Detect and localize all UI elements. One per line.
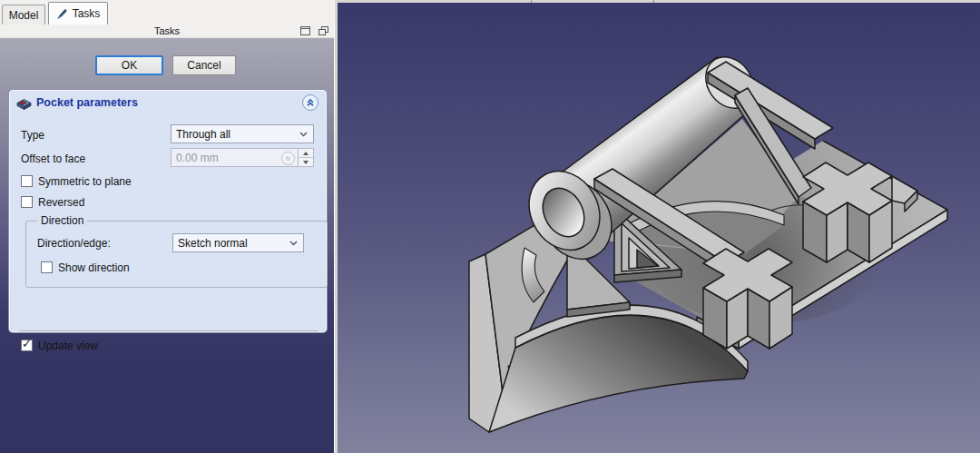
spin-down-icon[interactable]: [303, 161, 309, 164]
tasks-body: OK Cancel Pocket parameters: [0, 38, 334, 453]
pocket-parameters-title: Pocket parameters: [36, 96, 138, 109]
direction-legend: Direction: [37, 214, 87, 227]
tab-tasks-label: Tasks: [73, 7, 101, 20]
pocket-icon: [16, 96, 32, 110]
ok-label: OK: [122, 59, 137, 72]
dock-icon[interactable]: [300, 26, 310, 35]
offset-spin-buttons[interactable]: [298, 149, 313, 166]
symmetric-to-plane-checkbox[interactable]: [21, 175, 33, 187]
freecad-window: { "window": { "tabs": [ {"label": "Model…: [0, 0, 980, 453]
direction-edge-combobox[interactable]: Sketch normal: [172, 233, 304, 252]
float-icon[interactable]: [318, 26, 328, 35]
ok-button[interactable]: OK: [95, 55, 163, 75]
direction-edge-value: Sketch normal: [178, 237, 248, 250]
type-value: Through all: [176, 128, 230, 141]
symmetric-to-plane-label: Symmetric to plane: [38, 175, 132, 188]
pocket-parameters-panel: Pocket parameters Type Through all Offse…: [9, 90, 327, 332]
collapse-button[interactable]: [302, 94, 318, 111]
chevron-down-icon: [289, 241, 298, 246]
3d-viewport[interactable]: [338, 0, 980, 453]
reversed-label: Reversed: [38, 196, 84, 209]
cross-boss-center[interactable]: [703, 249, 792, 349]
show-direction-label: Show direction: [58, 261, 130, 274]
offset-value: 0.00 mm: [176, 152, 219, 164]
pen-icon: [56, 8, 68, 20]
show-direction-checkbox[interactable]: [41, 261, 53, 273]
tab-model[interactable]: Model: [2, 5, 45, 25]
reversed-checkbox[interactable]: [21, 196, 33, 208]
tab-bar: Model Tasks: [0, 0, 334, 25]
tasks-pane: Model Tasks Tasks OK Cancel: [0, 0, 334, 453]
tasks-title: Tasks: [0, 25, 334, 36]
update-view-checkbox[interactable]: ✓: [21, 340, 33, 351]
checkmark-icon: ✓: [22, 338, 32, 350]
separator: [19, 330, 318, 332]
cancel-label: Cancel: [187, 59, 220, 72]
chevron-down-icon: [299, 132, 308, 137]
direction-group: Direction Direction/edge: Sketch normal …: [25, 221, 328, 288]
spin-up-icon[interactable]: [303, 152, 309, 155]
tab-tasks[interactable]: Tasks: [48, 2, 108, 25]
update-view-label: Update view: [38, 340, 98, 352]
offset-spinbox[interactable]: 0.00 mm fx: [171, 148, 314, 167]
tab-model-label: Model: [9, 9, 39, 22]
offset-to-face-label: Offset to face: [21, 153, 85, 165]
direction-edge-label: Direction/edge:: [37, 237, 111, 250]
pocket-parameters-header[interactable]: Pocket parameters: [10, 91, 326, 114]
cancel-button[interactable]: Cancel: [172, 55, 236, 75]
type-combobox[interactable]: Through all: [171, 124, 314, 143]
expression-fx-icon[interactable]: fx: [281, 152, 295, 165]
cad-model-svg[interactable]: [338, 3, 980, 453]
chevron-up-icon: [306, 98, 315, 107]
type-label: Type: [21, 129, 44, 142]
tasks-title-bar: Tasks: [0, 25, 334, 38]
